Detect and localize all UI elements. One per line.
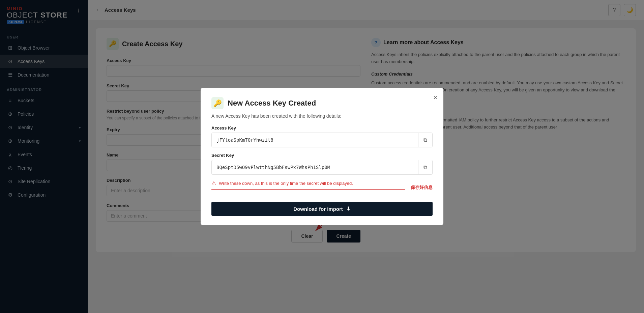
- warning-icon: ⚠: [211, 180, 216, 187]
- modal-warning: ⚠ Write these down, as this is the only …: [211, 180, 405, 190]
- secret-key-modal-value: BQeSptD5wO9vPlwtthNg5BbFswPx7WhsPh1Slp0M: [212, 161, 418, 173]
- modal-overlay[interactable]: × 🔑 New Access Key Created A new Access …: [0, 0, 644, 313]
- access-key-modal-value: jFYloaSpKmT0rYhwzil8: [212, 134, 418, 146]
- download-button[interactable]: Download for import ⬇: [211, 202, 433, 216]
- access-key-modal-field: jFYloaSpKmT0rYhwzil8 ⧉: [211, 133, 433, 147]
- copy-icon: ⧉: [423, 137, 427, 143]
- warning-text: Write these down, as this is the only ti…: [219, 181, 353, 186]
- modal-close-button[interactable]: ×: [433, 94, 437, 102]
- modal-subtitle: A new Access Key has been created with t…: [211, 113, 433, 119]
- copy-icon: ⧉: [423, 164, 427, 170]
- warning-row: ⚠ Write these down, as this is the only …: [211, 180, 433, 195]
- secret-key-modal-label: Secret Key: [211, 153, 433, 158]
- access-key-copy-button[interactable]: ⧉: [418, 133, 432, 147]
- modal-header: 🔑 New Access Key Created: [211, 97, 433, 109]
- download-label: Download for import: [293, 206, 343, 212]
- access-key-modal-label: Access Key: [211, 125, 433, 131]
- save-note: 保存好信息: [411, 184, 433, 191]
- modal-icon: 🔑: [211, 97, 224, 109]
- modal: × 🔑 New Access Key Created A new Access …: [201, 88, 443, 225]
- download-icon: ⬇: [346, 206, 351, 212]
- secret-key-modal-field: BQeSptD5wO9vPlwtthNg5BbFswPx7WhsPh1Slp0M…: [211, 160, 433, 175]
- secret-key-copy-button[interactable]: ⧉: [418, 160, 432, 174]
- modal-title: New Access Key Created: [228, 99, 316, 108]
